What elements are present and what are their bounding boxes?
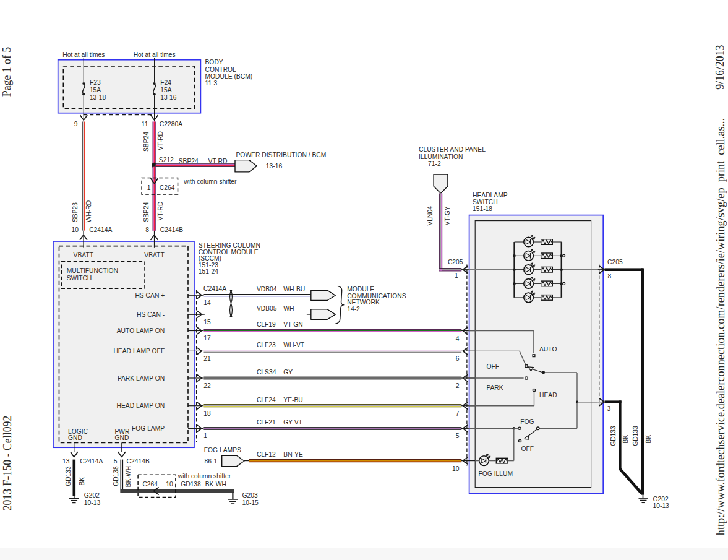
junction-dot-831-435 — [513, 269, 515, 271]
wire-gd138-code-label2: BK-WH — [205, 481, 226, 488]
row-vdb04-code-label: WH-BU — [283, 286, 305, 293]
hls-off-contact-icon — [525, 365, 528, 368]
wire-clf21-edge-top — [204, 427, 462, 428]
wire-clf21-edge-bottom — [204, 429, 462, 430]
hls-auto-contact-icon — [533, 355, 535, 357]
junction-dot-907-435 — [560, 269, 563, 271]
sccm-pwr-gnd-label2: GND — [115, 434, 129, 441]
sccm-title-line4: 151-23 — [199, 262, 218, 269]
fog-illum-label: FOG ILLUM — [479, 470, 513, 477]
wire-sbp23-circuit-label: SBP23 — [72, 202, 79, 222]
cluster-connector-arrow-icon — [434, 174, 448, 193]
hls-park-contact-icon — [525, 377, 528, 379]
row-clf23-switch-pin: 6 — [456, 355, 460, 362]
row-clf19-sccm-pin: 17 — [203, 335, 211, 342]
wire-sbp24-circuit-label-upper: SBP24 — [143, 132, 150, 152]
sccm-pin-label-vdb05: HS CAN - — [137, 311, 165, 318]
hls-lamp-row4-terminal-icon — [563, 283, 565, 285]
sccm-pin13-number: 13 — [62, 458, 70, 465]
wire-sbp24-upper-stripe — [154, 122, 155, 164]
ground-g202-right-page: 10-13 — [653, 502, 670, 509]
row-clf23-code-label: WH-VT — [283, 342, 304, 348]
row-clf24-code-label: YE-BU — [283, 397, 302, 403]
row-clf19-switch-pin: 4 — [456, 335, 460, 342]
c205-pin3-number: 3 — [607, 405, 611, 412]
hls-fog-label: FOG — [520, 418, 534, 425]
connector-c264-top-label: C264 — [160, 184, 175, 191]
sccm-pin10-number: 10 — [72, 226, 79, 233]
wire-vln04-horiz-stripe — [439, 269, 461, 270]
wire-sbp24-lower-edge-left — [153, 167, 153, 231]
wire-vln04-horiz-edge-top — [439, 268, 461, 269]
wire-sbp24-code-label-lower: VT-RD — [157, 202, 164, 221]
wire-gd138-v-edge-right — [122, 460, 124, 493]
twisted-pair-icon-knot2 — [230, 315, 233, 317]
row-clf19-circuit-label: CLF19 — [257, 321, 276, 328]
wire-vln04-horiz-edge-bottom — [439, 271, 461, 272]
bcm-feed-left-label: Hot at all times — [62, 51, 105, 58]
wire-vln04-vert-edge-left — [439, 194, 440, 269]
page-number-label: Page 1 of 5 — [1, 47, 13, 97]
hls-head-contact-icon — [533, 389, 535, 391]
ground-g203-page: 10-15 — [242, 499, 259, 506]
wiring-diagram-page: Hot at all times Hot at all times F23 15… — [0, 0, 728, 560]
sccm-pin-label-clf24: HEAD LAMP ON — [117, 402, 165, 409]
hls-head-label: HEAD — [539, 392, 557, 398]
row-vdb04-circuit-label: VDB04 — [257, 286, 277, 293]
hls-off-label: OFF — [486, 363, 499, 370]
row-clf19-code-label: VT-GN — [283, 321, 302, 328]
row-clf21-circuit-label: CLF21 — [257, 419, 276, 426]
sccm-pin-label-cls34: PARK LAMP ON — [118, 375, 165, 382]
fuse-f24-name: F24 — [160, 79, 171, 86]
wire-gd133-left-circuit-label: GD133 — [65, 466, 72, 486]
wire-vln04-code-label: VT-GY — [444, 206, 451, 225]
sccm-pin8-number: 8 — [145, 226, 149, 233]
wire-sbp24-upper-edge-right — [156, 122, 156, 164]
wire-clf24-edge-top — [204, 404, 462, 405]
wire-gd133-pin8-h — [605, 268, 643, 271]
wire-sbp24-circuit-label-lower: SBP24 — [143, 202, 150, 222]
document-id-label: 2013 F-150 - Cell092 — [1, 416, 14, 511]
wiring-diagram-canvas: Hot at all times Hot at all times F23 15… — [0, 0, 728, 560]
row-clf12-circuit-label: CLF12 — [257, 451, 276, 458]
fuse-f24-rating: 15A — [160, 87, 171, 93]
hls-fog-contact-icon — [518, 427, 521, 429]
connector-c264-bottom-label: C264 — [142, 481, 158, 488]
headlamp-switch-box — [469, 215, 604, 494]
wire-sbp24-upper-edge-left — [153, 122, 153, 164]
row-clf23-sccm-pin: 21 — [203, 355, 211, 362]
twisted-pair-icon-loop2 — [230, 303, 233, 317]
wire-gd133-pin8-v — [641, 268, 644, 494]
bcm-pin9-number: 9 — [74, 121, 78, 127]
fog-lamps-page: 86-1 — [205, 458, 218, 465]
network-connector-arrow2-icon — [311, 309, 335, 319]
hls-auto-label: AUTO — [539, 346, 557, 353]
headlamp-switch-title3: 151-18 — [473, 205, 492, 212]
network-connector-arrow1-icon — [311, 290, 335, 300]
network-label-line2: COMMUNICATIONS — [347, 293, 406, 299]
wire-gd133-left-code-label: BK — [79, 477, 86, 486]
fog-lamps-connector-arrow-icon — [222, 455, 244, 466]
network-brace-icon — [336, 286, 344, 324]
wire-sbp23-code-label: WH-RD — [85, 200, 92, 222]
cluster-label1: CLUSTER AND PANEL — [419, 146, 486, 153]
wire-gd133-pin3-circuit-label: GD133 — [610, 426, 617, 446]
sccm-title-line2: CONTROL MODULE — [199, 249, 259, 256]
wire-clf12-stripe — [249, 460, 461, 462]
wire-sbp24-code-label-upper: VT-RD — [157, 131, 164, 150]
row-clf21-sccm-pin: 1 — [203, 433, 207, 439]
c205-pin1-number: 1 — [455, 272, 458, 279]
wire-gd133-pin3-diag — [620, 469, 641, 494]
wire-gd138-h-edge-top — [121, 489, 234, 491]
sccm-logic-gnd-label2: GND — [68, 434, 82, 441]
row-cls34-switch-pin: 2 — [456, 382, 460, 389]
print-url-label: http://www.fordtechservice.dealerconnect… — [714, 118, 727, 535]
wire-gd133-pin8-circuit-label: GD133 — [632, 426, 639, 446]
multifunction-switch-label1: MULTIFUNCTION — [67, 267, 118, 274]
power-dist-label: POWER DISTRIBUTION / BCM — [236, 152, 327, 158]
connector-c2414a-bottom-label: C2414A — [80, 458, 103, 465]
branch-code-label: VT-RD — [208, 158, 228, 165]
bcm-pin11-number: 11 — [142, 121, 148, 127]
ground-g202-left-page: 10-13 — [84, 499, 101, 506]
hls-fog-off-label: OFF — [521, 446, 534, 452]
